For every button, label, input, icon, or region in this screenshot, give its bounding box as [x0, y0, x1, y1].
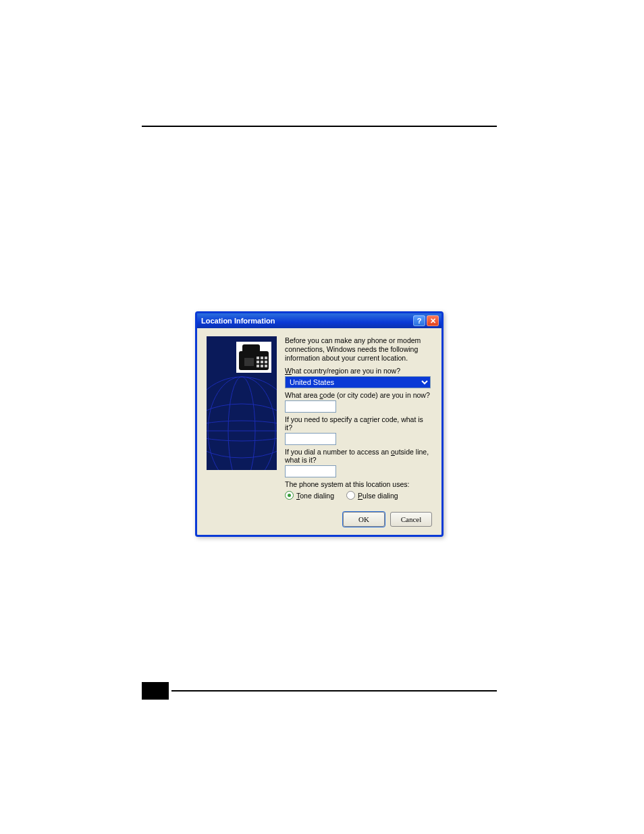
- country-select[interactable]: United States: [285, 376, 431, 388]
- svg-rect-15: [265, 361, 267, 363]
- svg-rect-11: [261, 357, 263, 359]
- close-button[interactable]: ✕: [427, 315, 439, 326]
- help-button[interactable]: ?: [413, 315, 425, 326]
- intro-text: Before you can make any phone or modem c…: [285, 336, 432, 363]
- titlebar[interactable]: Location Information ? ✕: [197, 313, 441, 328]
- carrier-code-input[interactable]: [285, 433, 336, 445]
- area-code-label: What area code (or city code) are you in…: [285, 391, 432, 399]
- svg-point-4: [228, 377, 255, 470]
- svg-rect-10: [257, 357, 259, 359]
- outside-line-input[interactable]: [285, 465, 336, 477]
- svg-rect-8: [242, 344, 260, 354]
- globe-fax-icon: [207, 336, 277, 470]
- cancel-button[interactable]: Cancel: [390, 512, 432, 527]
- outside-line-label: If you dial a number to access an outsid…: [285, 448, 432, 464]
- radio-off-icon: [346, 491, 355, 500]
- svg-rect-18: [265, 365, 267, 367]
- svg-rect-13: [257, 361, 259, 363]
- page-number-block: [142, 682, 169, 700]
- svg-point-0: [207, 377, 277, 470]
- dialog-graphic: [207, 336, 277, 470]
- help-icon: ?: [417, 317, 422, 325]
- phone-system-label: The phone system at this location uses:: [285, 480, 432, 488]
- dialog-title: Location Information: [200, 317, 412, 325]
- svg-rect-17: [261, 365, 263, 367]
- svg-rect-14: [261, 361, 263, 363]
- svg-point-3: [208, 377, 275, 470]
- close-icon: ✕: [430, 317, 436, 325]
- footer-rule: [142, 682, 497, 704]
- area-code-input[interactable]: [285, 400, 336, 413]
- radio-on-icon: [285, 491, 294, 500]
- svg-rect-9: [244, 358, 254, 366]
- pulse-dialing-radio[interactable]: Pulse dialing: [346, 491, 398, 500]
- tone-dialing-radio[interactable]: Tone dialing: [285, 491, 334, 500]
- country-label: What country/region are you in now?: [285, 367, 432, 375]
- location-information-dialog: Location Information ? ✕: [195, 311, 444, 537]
- carrier-code-label: If you need to specify a carrier code, w…: [285, 415, 432, 432]
- ok-button[interactable]: OK: [343, 512, 385, 527]
- svg-rect-12: [265, 357, 267, 359]
- top-rule: [142, 126, 497, 127]
- svg-rect-16: [257, 365, 259, 367]
